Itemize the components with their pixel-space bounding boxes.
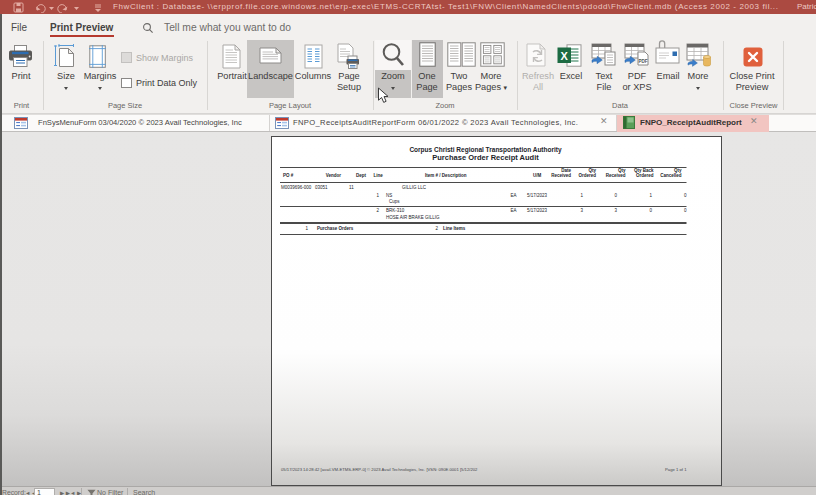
svg-text:PDF: PDF bbox=[638, 59, 647, 64]
svg-text:X: X bbox=[561, 50, 569, 62]
